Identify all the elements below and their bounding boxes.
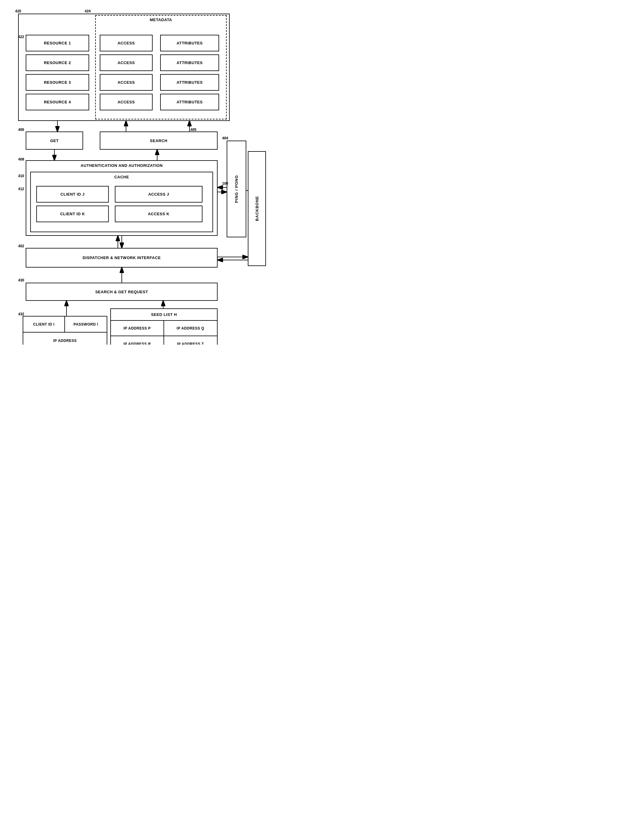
resource-3-access: ACCESS [100,74,153,91]
cache-label: CACHE [114,175,129,179]
get-label: GET [50,138,58,143]
seed-ip-p-label: IP ADDRESS P [124,326,151,330]
cache-row-2-access: ACCESS K [115,206,202,222]
resource-3-attributes: ATTRIBUTES [160,74,219,91]
dispatcher-label: DISPATCHER & NETWORK INTERFACE [83,255,161,260]
search-get-label: SEARCH & GET REQUEST [95,290,148,294]
client-id-cell: CLIENT ID I [23,317,65,332]
backbone-label: BACKBONE [255,196,259,221]
ip-address-label: IP ADDRESS [53,339,77,343]
ping-pong-box: PING / PONG [227,141,246,237]
resource-4-label: RESOURCE 4 [44,100,71,104]
label-405: 405 [190,128,196,132]
seed-list-box: SEED LIST H IP ADDRESS P IP ADDRESS Q IP… [110,308,218,345]
seed-row-1: IP ADDRESS P IP ADDRESS Q [111,321,217,336]
resource-2-access-label: ACCESS [118,60,135,65]
resource-1-access: ACCESS [100,35,153,51]
seed-row-2: IP ADDRESS R IP ADDRESS T [111,336,217,345]
label-430: 430 [18,278,24,283]
label-424: 424 [84,9,90,13]
password-label: PASSWORD I [74,322,98,327]
resource-1-access-label: ACCESS [118,41,135,45]
resource-2-label: RESOURCE 2 [44,60,71,65]
resource-4-access-label: ACCESS [118,100,135,104]
resource-2-access: ACCESS [100,54,153,71]
cache-client-k: CLIENT ID K [60,212,85,216]
seed-ip-r-label: IP ADDRESS R [123,342,151,345]
resource-3-access-label: ACCESS [118,80,135,85]
label-412: 412 [18,187,24,191]
label-408: 408 [18,157,24,161]
client-box: CLIENT ID I PASSWORD I IP ADDRESS [23,316,107,345]
backbone-box: BACKBONE [248,151,266,266]
seed-list-label: SEED LIST H [151,312,177,317]
resource-2-attributes: ATTRIBUTES [160,54,219,71]
resource-1-box: RESOURCE 1 [26,35,89,51]
cache-access-k: ACCESS K [148,212,169,216]
search-get-box: SEARCH & GET REQUEST [26,283,218,301]
label-422: 422 [18,35,24,39]
get-box: GET [26,132,83,150]
seed-ip-t: IP ADDRESS T [164,336,217,345]
seed-ip-q-label: IP ADDRESS Q [177,326,204,330]
label-410: 410 [18,174,24,178]
metadata-label: METADATA [150,17,172,22]
resource-1-label: RESOURCE 1 [44,41,71,45]
resource-1-attributes: ATTRIBUTES [160,35,219,51]
search-label: SEARCH [150,138,167,143]
seed-list-header: SEED LIST H [111,309,217,321]
label-432: 432 [18,312,24,316]
resource-4-box: RESOURCE 4 [26,94,89,111]
resource-1-attr-label: ATTRIBUTES [176,41,202,45]
label-100: 100 [222,181,228,186]
resource-2-box: RESOURCE 2 [26,54,89,71]
ping-pong-label: PING / PONG [234,175,239,203]
resource-2-attr-label: ATTRIBUTES [176,60,202,65]
cache-row-2-client: CLIENT ID K [36,206,109,222]
seed-ip-p: IP ADDRESS P [111,321,164,336]
seed-ip-t-label: IP ADDRESS T [177,342,204,345]
auth-label: AUTHENTICATION AND AUTHORIZATION [81,163,163,168]
dispatcher-box: DISPATCHER & NETWORK INTERFACE [26,248,218,267]
cache-row-1-access: ACCESS J [115,186,202,203]
resource-3-attr-label: ATTRIBUTES [176,80,202,85]
label-406: 406 [18,128,24,132]
seed-ip-q: IP ADDRESS Q [164,321,217,336]
resource-4-attributes: ATTRIBUTES [160,94,219,111]
ip-address-cell: IP ADDRESS [23,333,107,345]
resource-3-box: RESOURCE 3 [26,74,89,91]
label-420: 420 [15,9,21,13]
password-cell: PASSWORD I [65,317,107,332]
label-402: 402 [18,244,24,248]
cache-access-j: ACCESS J [148,192,169,197]
resource-4-access: ACCESS [100,94,153,111]
search-box: SEARCH [100,132,218,150]
resource-3-label: RESOURCE 3 [44,80,71,85]
cache-client-j: CLIENT ID J [60,192,84,197]
cache-row-1-client: CLIENT ID J [36,186,109,203]
client-id-label: CLIENT ID I [33,322,55,327]
architecture-diagram: 420 424 MEMORY METADATA 422 RESOURCE 1 A… [6,6,266,339]
label-404: 404 [222,136,228,140]
resource-4-attr-label: ATTRIBUTES [176,100,202,104]
client-top-row: CLIENT ID I PASSWORD I [23,317,107,333]
seed-ip-r: IP ADDRESS R [111,336,164,345]
